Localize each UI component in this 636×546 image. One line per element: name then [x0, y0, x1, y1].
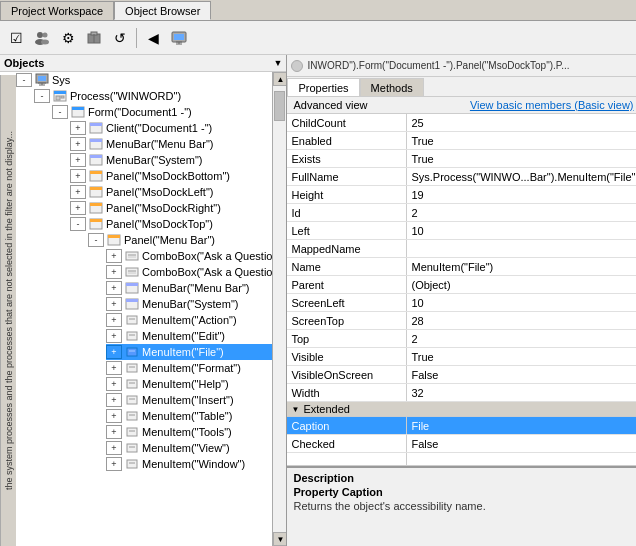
svg-rect-61: [127, 412, 137, 420]
svg-rect-59: [127, 396, 137, 404]
svg-rect-55: [127, 364, 137, 372]
expander-sys[interactable]: -: [16, 73, 32, 87]
svg-rect-30: [90, 171, 102, 174]
svg-point-0: [37, 32, 43, 38]
svg-rect-36: [90, 219, 102, 222]
form-label: Form("Document1 -"): [88, 106, 192, 118]
props-row-mappedname[interactable]: MappedName: [287, 240, 636, 258]
tree-item-client[interactable]: + Client("Document1 -"): [70, 120, 272, 136]
props-row-parent[interactable]: Parent (Object): [287, 276, 636, 294]
svg-rect-34: [90, 203, 102, 206]
scrollbar-down[interactable]: ▼: [273, 532, 286, 546]
props-row-screentop[interactable]: ScreenTop 28: [287, 312, 636, 330]
users-btn[interactable]: [30, 26, 54, 50]
props-row-visibleonscreen[interactable]: VisibleOnScreen False: [287, 366, 636, 384]
description-title: Description: [293, 472, 633, 484]
svg-rect-42: [126, 268, 138, 276]
tab-bar: Project Workspace Object Browser: [0, 0, 636, 21]
props-row-name[interactable]: Name MenuItem("File"): [287, 258, 636, 276]
tree-item-panel-bottom[interactable]: + Panel("MsoDockBottom"): [70, 168, 272, 184]
props-row-caption[interactable]: Caption File: [287, 417, 636, 435]
svg-rect-65: [127, 444, 137, 452]
tree-item-menubar-system[interactable]: + MenuBar("System"): [70, 152, 272, 168]
advanced-view-bar: Advanced view View basic members (Basic …: [287, 97, 636, 114]
svg-rect-57: [127, 380, 137, 388]
expander-process[interactable]: -: [34, 89, 50, 103]
toolbar: ☑ ⚙ ↺ ◀: [0, 21, 636, 55]
package-btn[interactable]: [82, 26, 106, 50]
props-row-fullname[interactable]: FullName Sys.Process("WINWO...Bar").Menu…: [287, 168, 636, 186]
scrollbar-up[interactable]: ▲: [273, 72, 286, 86]
svg-rect-63: [127, 428, 137, 436]
description-prop-name: Property Caption: [293, 486, 633, 498]
tree-item-menuitem-file[interactable]: + MenuItem("File"): [106, 344, 272, 360]
tab-project-workspace[interactable]: Project Workspace: [0, 1, 114, 20]
svg-rect-8: [174, 34, 184, 40]
objects-header: Objects ▼: [0, 55, 286, 72]
props-row-exists[interactable]: Exists True: [287, 150, 636, 168]
tree-item-menubar-menubar[interactable]: + MenuBar("Menu Bar"): [70, 136, 272, 152]
process-children: - Form("Document1 -") +: [34, 104, 272, 472]
tree-item-process-winword[interactable]: - Process("WINWORD"): [34, 88, 272, 104]
expander-form[interactable]: -: [52, 105, 68, 119]
tree-item-form[interactable]: - Form("Document1 -"): [52, 104, 272, 120]
svg-rect-18: [54, 91, 66, 94]
props-row-id[interactable]: Id 2: [287, 204, 636, 222]
props-row-empty[interactable]: [287, 453, 636, 466]
props-row-visible[interactable]: Visible True: [287, 348, 636, 366]
props-grid: ChildCount 25 Enabled True Exists True F…: [287, 114, 636, 466]
form-icon: [70, 105, 86, 119]
svg-rect-22: [72, 107, 84, 110]
props-tab-bar: Properties Methods: [287, 77, 636, 97]
tree-item-panel-top[interactable]: - Panel("MsoDockTop"): [70, 216, 272, 232]
extended-toggle[interactable]: ▼: [291, 405, 299, 414]
form-children: + Client("Document1 -") +: [52, 120, 272, 472]
tab-object-browser[interactable]: Object Browser: [114, 1, 211, 20]
tree-item-panel-left[interactable]: + Panel("MsoDockLeft"): [70, 184, 272, 200]
svg-rect-26: [90, 139, 102, 142]
right-panel: INWORD").Form("Document1 -").Panel("MsoD…: [287, 55, 636, 546]
props-row-childcount[interactable]: ChildCount 25: [287, 114, 636, 132]
tab-methods[interactable]: Methods: [360, 78, 424, 96]
props-row-checked[interactable]: Checked False: [287, 435, 636, 453]
process-icon: [52, 89, 68, 103]
description-panel: Description Property Caption Returns the…: [287, 466, 636, 546]
svg-rect-46: [126, 283, 138, 286]
tree-area[interactable]: - Sys - Process("WINWORD"): [0, 72, 272, 546]
address-bar: INWORD").Form("Document1 -").Panel("MsoD…: [287, 55, 636, 77]
svg-rect-28: [90, 155, 102, 158]
svg-rect-13: [38, 76, 46, 81]
back-btn[interactable]: ◀: [141, 26, 165, 50]
svg-rect-49: [127, 316, 137, 324]
expander-client[interactable]: +: [70, 121, 86, 135]
extended-label: Extended: [303, 403, 349, 415]
svg-rect-32: [90, 187, 102, 190]
left-panel: Objects ▼ the system processes and the p…: [0, 55, 287, 546]
svg-rect-67: [127, 460, 137, 468]
svg-rect-48: [126, 299, 138, 302]
description-text: Returns the object's accessibility name.: [293, 500, 633, 512]
svg-rect-20: [61, 96, 64, 98]
tree-item-sys[interactable]: - Sys: [16, 72, 272, 88]
tree-item-panel-menubar[interactable]: - Panel("Menu Bar"): [88, 232, 272, 248]
checkbox-btn[interactable]: ☑: [4, 26, 28, 50]
props-row-enabled[interactable]: Enabled True: [287, 132, 636, 150]
tab-properties[interactable]: Properties: [287, 78, 359, 96]
settings-btn[interactable]: ⚙: [56, 26, 80, 50]
svg-rect-53: [127, 348, 137, 356]
props-row-height[interactable]: Height 19: [287, 186, 636, 204]
main-area: Objects ▼ the system processes and the p…: [0, 55, 636, 546]
props-row-screenleft[interactable]: ScreenLeft 10: [287, 294, 636, 312]
advanced-view-label: Advanced view: [293, 99, 367, 111]
props-row-width[interactable]: Width 32: [287, 384, 636, 402]
sys-icon: [34, 73, 50, 87]
refresh-btn[interactable]: ↺: [108, 26, 132, 50]
client-icon: [88, 121, 104, 135]
props-row-top[interactable]: Top 2: [287, 330, 636, 348]
props-row-left[interactable]: Left 10: [287, 222, 636, 240]
vertical-label: the system processes and the processes t…: [0, 75, 16, 546]
monitor-btn[interactable]: [167, 26, 191, 50]
tree-item-panel-right[interactable]: + Panel("MsoDockRight"): [70, 200, 272, 216]
expander-menubar1[interactable]: +: [70, 137, 86, 151]
basic-view-link[interactable]: View basic members (Basic view): [470, 99, 634, 111]
